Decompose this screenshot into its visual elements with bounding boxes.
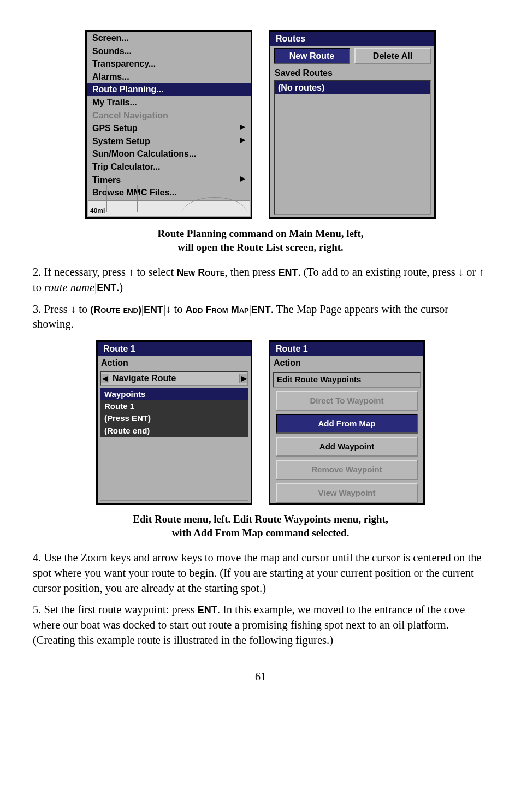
paragraph-5: 5. Set the first route waypoint: press E…: [33, 602, 488, 648]
menu-item-alarms[interactable]: Alarms...: [87, 70, 251, 84]
dropdown-left-arrow-icon[interactable]: ◀: [101, 374, 109, 383]
p2-ent: ENT: [278, 267, 298, 278]
map-scale-label: 40mi: [90, 206, 105, 215]
saved-routes-list[interactable]: (No routes): [274, 80, 431, 215]
direct-to-waypoint-button: Direct To Waypoint: [276, 391, 418, 411]
route1-title: Route 1: [98, 342, 251, 356]
view-waypoint-button: View Waypoint: [276, 483, 418, 503]
menu-item-route-planning[interactable]: Route Planning...: [87, 83, 251, 96]
p3-prefix: 3. Press ↓ to: [33, 303, 90, 315]
waypoint-action-buttons: Direct To Waypoint Add From Map Add Wayp…: [270, 388, 423, 506]
edit-route-panel: Route 1 Action ◀ Navigate Route ▶ Waypoi…: [96, 340, 252, 505]
menu-item-sounds[interactable]: Sounds...: [87, 45, 251, 58]
p3-add-from-map: Add From Map: [186, 304, 249, 315]
figure-row-1: Screen... Sounds... Transparency... Alar…: [33, 30, 488, 219]
map-curve: [182, 197, 247, 214]
p5-ent: ENT: [198, 604, 217, 615]
menu-item-screen[interactable]: Screen...: [87, 32, 251, 45]
menu-item-timers[interactable]: Timers: [87, 174, 251, 187]
figure1-caption: Route Planning command on Main Menu, lef…: [33, 227, 488, 254]
menu-item-my-trails[interactable]: My Trails...: [87, 96, 251, 109]
edit-route-waypoints-panel: Route 1 Action Edit Route Waypoints Dire…: [269, 340, 425, 505]
remove-waypoint-button: Remove Waypoint: [276, 460, 418, 479]
add-from-map-button[interactable]: Add From Map: [276, 414, 418, 434]
waypoints-list[interactable]: [100, 437, 248, 501]
menu-item-trip-calc[interactable]: Trip Calculator...: [87, 161, 251, 174]
edit-route-waypoints-frame: Edit Route Waypoints: [273, 372, 421, 387]
p2-new-route: New Route: [176, 267, 224, 278]
paragraph-4: 4. Use the Zoom keys and arrow keys to m…: [33, 550, 488, 596]
main-menu-panel: Screen... Sounds... Transparency... Alar…: [85, 30, 252, 219]
no-routes-row: (No routes): [275, 81, 430, 94]
action-label-left: Action: [98, 356, 251, 370]
figure-row-2: Route 1 Action ◀ Navigate Route ▶ Waypoi…: [33, 340, 488, 505]
paragraph-2: 2. If necessary, press ↑ to select New R…: [33, 265, 488, 295]
paragraph-3: 3. Press ↓ to (Route end)|ENT|↓ to Add F…: [33, 302, 488, 332]
delete-all-button[interactable]: Delete All: [354, 48, 431, 64]
map-preview: 40mi: [88, 200, 250, 216]
map-tick-2: [137, 185, 138, 212]
route-end-hint: (Route end): [100, 425, 248, 437]
caption1-line1: Route Planning command on Main Menu, lef…: [158, 228, 364, 239]
p3-pipe2: |↓ to: [163, 303, 186, 315]
route1-title-right: Route 1: [270, 342, 423, 356]
p2-route-name: route name: [44, 281, 94, 293]
p5-prefix: 5. Set the first route waypoint: press: [33, 603, 198, 615]
menu-item-sun-moon[interactable]: Sun/Moon Calculations...: [87, 147, 251, 161]
p3-route-end: (Route end): [90, 304, 141, 315]
p3-ent2: ENT: [251, 304, 271, 315]
figure2-caption: Edit Route menu, left. Edit Route Waypoi…: [33, 513, 488, 540]
menu-item-gps-setup[interactable]: GPS Setup: [87, 122, 251, 135]
p2-ent2: ENT: [97, 282, 116, 293]
caption1-line2: will open the Route List screen, right.: [177, 241, 344, 253]
add-waypoint-button[interactable]: Add Waypoint: [276, 437, 418, 457]
routes-panel-inner: New Route Delete All Saved Routes (No ro…: [270, 46, 434, 217]
menu-item-cancel-nav: Cancel Navigation: [87, 109, 251, 122]
navigate-route-label: Navigate Route: [109, 372, 239, 385]
routes-title: Routes: [270, 32, 434, 46]
navigate-route-dropdown[interactable]: ◀ Navigate Route ▶: [100, 371, 248, 386]
page-number: 61: [33, 669, 488, 684]
p3-ent1: ENT: [144, 304, 163, 315]
menu-item-transparency[interactable]: Transparency...: [87, 57, 251, 70]
p2-tail3: .): [116, 281, 123, 293]
p2-prefix: 2. If necessary, press ↑ to select: [33, 266, 176, 278]
p2-mid: , then press: [224, 266, 278, 278]
menu-item-system-setup[interactable]: System Setup: [87, 135, 251, 148]
caption2-line2: with Add From Map command selected.: [172, 527, 350, 538]
route1-subheader: Route 1: [100, 400, 248, 412]
waypoints-header: Waypoints: [100, 388, 248, 400]
press-ent-hint: (Press ENT): [100, 412, 248, 424]
caption2-line1: Edit Route menu, left. Edit Route Waypoi…: [133, 513, 388, 525]
saved-routes-label: Saved Routes: [274, 66, 431, 80]
menu-item-browse-mmc[interactable]: Browse MMC Files...: [87, 186, 251, 199]
action-label-right: Action: [270, 356, 423, 370]
map-tick: [106, 185, 108, 212]
routes-button-row: New Route Delete All: [274, 48, 431, 64]
routes-panel: Routes New Route Delete All Saved Routes…: [269, 30, 436, 219]
dropdown-right-arrow-icon[interactable]: ▶: [239, 374, 247, 383]
new-route-button[interactable]: New Route: [274, 48, 350, 64]
